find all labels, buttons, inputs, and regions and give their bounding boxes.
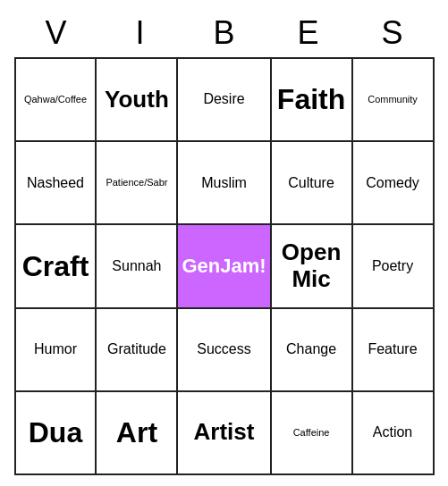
cell-r0-c3: Faith	[272, 59, 353, 142]
bingo-card: VIBES Qahwa/CoffeeYouthDesireFaithCommun…	[14, 11, 435, 475]
cell-r2-c2: GenJam!	[178, 225, 271, 308]
header-letter-b: B	[184, 14, 265, 52]
cell-r1-c4: Comedy	[353, 142, 435, 225]
cell-r2-c1: Sunnah	[97, 225, 178, 308]
cell-r3-c1: Gratitude	[97, 309, 178, 392]
cell-r1-c0: Nasheed	[16, 142, 97, 225]
cell-r3-c4: Feature	[353, 309, 435, 392]
bingo-header: VIBES	[14, 11, 435, 57]
cell-r4-c3: Caffeine	[272, 392, 353, 475]
cell-r1-c2: Muslim	[178, 142, 271, 225]
header-letter-v: V	[16, 14, 97, 52]
cell-r1-c3: Culture	[272, 142, 353, 225]
cell-r2-c4: Poetry	[353, 225, 435, 308]
cell-r4-c1: Art	[97, 392, 178, 475]
cell-r2-c0: Craft	[16, 225, 97, 308]
cell-r4-c4: Action	[353, 392, 435, 475]
header-letter-e: E	[268, 14, 349, 52]
cell-r4-c0: Dua	[16, 392, 97, 475]
cell-r1-c1: Patience/Sabr	[97, 142, 178, 225]
header-letter-i: I	[100, 14, 181, 52]
cell-r3-c3: Change	[272, 309, 353, 392]
cell-r2-c3: Open Mic	[272, 225, 353, 308]
cell-r0-c4: Community	[353, 59, 435, 142]
header-letter-s: S	[352, 14, 433, 52]
cell-r4-c2: Artist	[178, 392, 271, 475]
cell-r3-c2: Success	[178, 309, 271, 392]
cell-r0-c0: Qahwa/Coffee	[16, 59, 97, 142]
cell-r0-c1: Youth	[97, 59, 178, 142]
cell-r3-c0: Humor	[16, 309, 97, 392]
bingo-grid: Qahwa/CoffeeYouthDesireFaithCommunityNas…	[14, 57, 435, 475]
cell-r0-c2: Desire	[178, 59, 271, 142]
